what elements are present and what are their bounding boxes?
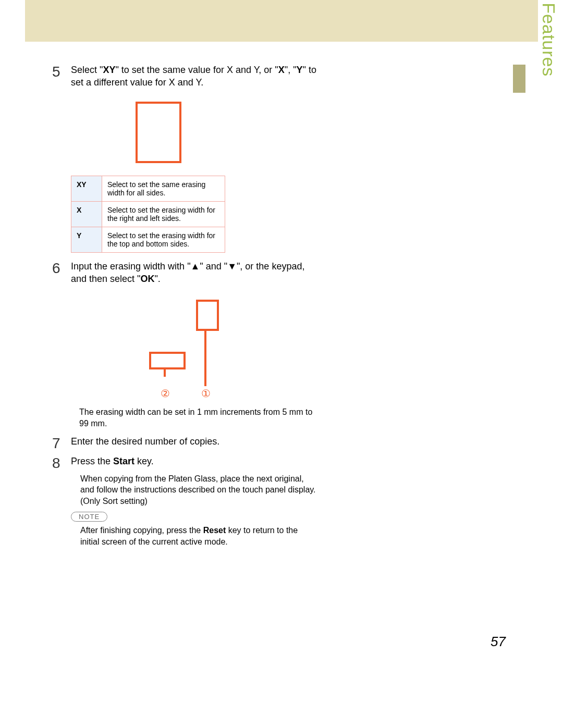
note-section: NOTE After finishing copying, press the … — [71, 512, 317, 547]
xy-option-table: XY Select to set the same erasing width … — [71, 176, 225, 253]
table-value: Select to set the erasing width for the … — [102, 227, 225, 252]
step-5: 5 Select "XY" to set the same value for … — [52, 64, 317, 89]
step-body: Enter the desired number of copies. — [71, 435, 317, 448]
table-key: Y — [71, 227, 102, 252]
callout-line-2 — [164, 367, 166, 377]
step-7: 7 Enter the desired number of copies. — [52, 435, 317, 451]
callout-box-2 — [149, 352, 186, 369]
callout-line-1 — [204, 329, 206, 386]
table-value: Select to set the same erasing width for… — [102, 176, 225, 201]
note-pill: NOTE — [71, 512, 107, 522]
figure-keypad-callouts: ① ② — [71, 300, 238, 401]
step-number: 5 — [52, 64, 71, 79]
callout-label-1: ① — [201, 387, 211, 400]
step-number: 8 — [52, 455, 71, 471]
callout-label-2: ② — [161, 387, 170, 400]
table-value: Select to set the erasing width for the … — [102, 201, 225, 227]
step-body: Select "XY" to set the same value for X … — [71, 64, 317, 89]
manual-page: Chapter 2 More Menus Features 5 Select "… — [0, 0, 563, 728]
chapter-title: More Menus Features — [539, 0, 559, 77]
page-number: 57 — [491, 634, 506, 650]
step-number: 7 — [52, 435, 71, 451]
step-6: 6 Input the erasing width with "▲" and "… — [52, 260, 317, 286]
table-row: X Select to set the erasing width for th… — [71, 201, 225, 227]
chapter-tab-stripe — [513, 65, 525, 93]
callout-box-1 — [196, 300, 219, 331]
note-body: After finishing copying, press the Reset… — [80, 525, 317, 547]
header-band — [25, 0, 538, 42]
step-body: Press the Start key. When copying from t… — [71, 455, 317, 507]
figure-page-outline — [136, 102, 181, 163]
table-row: XY Select to set the same erasing width … — [71, 176, 225, 201]
erasing-width-note: The erasing width can be set in 1 mm inc… — [79, 406, 317, 429]
side-chapter-label: Chapter 2 More Menus Features — [540, 0, 558, 86]
table-row: Y Select to set the erasing width for th… — [71, 227, 225, 252]
step-number: 6 — [52, 260, 71, 276]
table-key: XY — [71, 176, 102, 201]
step-body: Input the erasing width with "▲" and "▼"… — [71, 260, 317, 286]
content-column: 5 Select "XY" to set the same value for … — [52, 61, 317, 550]
table-key: X — [71, 201, 102, 227]
step-8-sub: When copying from the Platen Glass, plac… — [80, 473, 317, 507]
step-8: 8 Press the Start key. When copying from… — [52, 455, 317, 507]
